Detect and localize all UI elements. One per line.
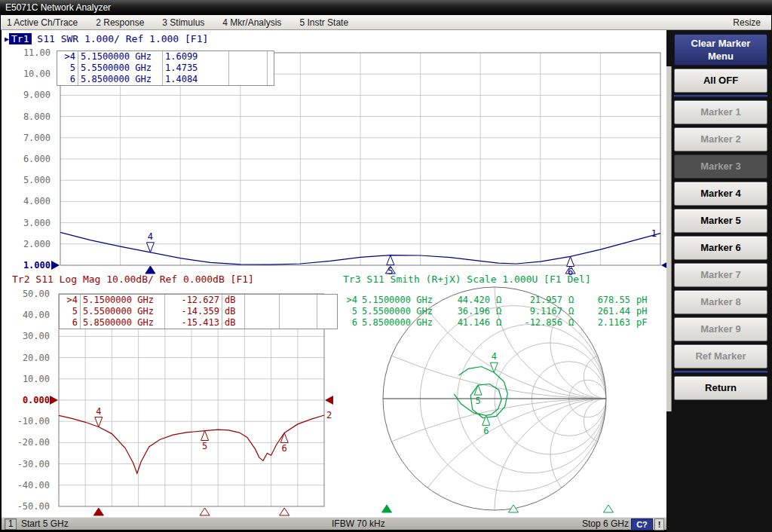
marker-frequency: 5.8500000 GHz	[81, 317, 165, 329]
table-row: >45.1500000 GHz-12.627dB	[60, 295, 337, 306]
trace2-marker-table: >45.1500000 GHz-12.627dB 55.5500000 GHz-…	[59, 294, 338, 329]
ohm-unit: Ω	[492, 306, 506, 317]
marker-number: >4	[343, 295, 360, 306]
marker-resistance: 44.420	[440, 295, 492, 306]
ohm-unit: Ω	[565, 306, 578, 317]
softkey-marker-5[interactable]: Marker 5	[674, 209, 767, 233]
table-row: 55.5500000 GHz1.4735	[57, 63, 274, 74]
ohm-unit: Ω	[492, 317, 506, 329]
lc-unit: pH	[633, 306, 651, 317]
table-row: 55.5500000 GHz36.196Ω9.1167Ω261.44pH	[343, 306, 651, 317]
marker-lc-value: 261.44	[578, 306, 633, 317]
marker-unit: dB	[222, 295, 245, 306]
marker-number: 6	[57, 74, 78, 85]
marker-frequency: 5.5500000 GHz	[81, 306, 165, 317]
ohm-unit: Ω	[565, 295, 578, 306]
menu-stimulus[interactable]: 3 Stimulus	[162, 17, 204, 28]
softkey-marker-2[interactable]: Marker 2	[674, 127, 767, 151]
channel-indicator: 1	[5, 518, 17, 530]
softkey-marker-3[interactable]: Marker 3	[674, 154, 767, 179]
marker-reactance: -12.856	[506, 317, 565, 329]
marker-number: 6	[343, 317, 360, 329]
marker-value: -14.359	[165, 306, 222, 317]
marker-unit: dB	[222, 317, 245, 329]
table-row: 65.8500000 GHz-15.413dB	[60, 317, 337, 329]
table-row: 55.5500000 GHz-14.359dB	[60, 306, 337, 317]
stop-frequency: Stop 6 GHz	[582, 518, 629, 530]
softkey-all-off[interactable]: All OFF	[674, 69, 767, 93]
marker-reactance: 21.957	[506, 295, 565, 306]
lc-unit: pH	[633, 295, 651, 306]
marker-value: 1.6099	[163, 51, 229, 63]
trace1-badge: Tr1	[9, 33, 31, 44]
status-bar: 1 Start 5 GHz IFBW 70 kHz Stop 6 GHz C? …	[2, 517, 666, 530]
softkey-marker-6[interactable]: Marker 6	[674, 236, 767, 260]
table-row: >45.1500000 GHz1.6099	[57, 51, 274, 63]
marker-value: 1.4084	[163, 74, 229, 85]
trace3-marker-table: >45.1500000 GHz44.420Ω21.957Ω678.55pH 55…	[343, 295, 651, 329]
softkey-marker-7[interactable]: Marker 7	[674, 263, 767, 287]
menu-instr-state[interactable]: 5 Instr State	[299, 17, 348, 28]
marker-lc-value: 2.1163	[578, 317, 633, 329]
marker-frequency: 5.5500000 GHz	[78, 63, 163, 74]
softkey-marker-4[interactable]: Marker 4	[674, 182, 767, 206]
marker-reactance: 9.1167	[506, 306, 565, 317]
menu-response[interactable]: 2 Response	[96, 17, 144, 28]
marker-frequency: 5.1500000 GHz	[78, 51, 163, 63]
softkey-marker-9[interactable]: Marker 9	[674, 317, 767, 341]
table-row: 65.8500000 GHz41.146Ω-12.856Ω2.1163pF	[343, 317, 651, 329]
ifbw-readout: IFBW 70 kHz	[332, 518, 385, 530]
softkey-marker-1[interactable]: Marker 1	[674, 100, 767, 124]
menu-resize[interactable]: Resize	[733, 17, 761, 28]
start-frequency: Start 5 GHz	[21, 518, 69, 530]
marker-value: -15.413	[165, 317, 222, 329]
softkey-scrollbar[interactable]	[666, 66, 672, 411]
marker-number: >4	[60, 295, 81, 306]
menu-mkr-analysis[interactable]: 4 Mkr/Analysis	[222, 17, 281, 28]
softkey-marker-8[interactable]: Marker 8	[674, 290, 767, 314]
softkey-separator	[674, 371, 767, 373]
softkey-sidebar: Clear Marker Menu All OFF Marker 1 Marke…	[666, 30, 772, 532]
marker-resistance: 41.146	[440, 317, 492, 329]
ohm-unit: Ω	[565, 317, 578, 329]
window-title-bar: E5071C Network Analyzer	[0, 0, 772, 15]
marker-unit: dB	[222, 306, 245, 317]
marker-frequency: 5.1500000 GHz	[360, 295, 440, 306]
marker-value: -12.627	[165, 295, 222, 306]
marker-number: 5	[57, 63, 78, 74]
softkey-menu-title: Clear Marker Menu	[674, 34, 767, 66]
marker-frequency: 5.8500000 GHz	[360, 317, 440, 329]
marker-number: >4	[57, 51, 78, 63]
table-row: >45.1500000 GHz44.420Ω21.957Ω678.55pH	[343, 295, 651, 306]
trace3-header: Tr3 S11 Smith (R+jX) Scale 1.000U [F1 De…	[343, 274, 591, 285]
window-title: E5071C Network Analyzer	[5, 2, 111, 13]
softkey-return[interactable]: Return	[674, 376, 767, 400]
trace1-header: ▶Tr1 S11 SWR 1.000/ Ref 1.000 [F1]	[5, 33, 208, 44]
menu-active-ch-trace[interactable]: 1 Active Ch/Trace	[7, 17, 78, 28]
trace1-marker-table: >45.1500000 GHz1.6099 55.5500000 GHz1.47…	[57, 50, 274, 86]
alert-badge: !	[654, 518, 664, 530]
trace2-header: Tr2 S11 Log Mag 10.00dB/ Ref 0.000dB [F1…	[12, 274, 254, 285]
marker-frequency: 5.8500000 GHz	[78, 74, 163, 85]
ohm-unit: Ω	[492, 295, 506, 306]
marker-resistance: 36.196	[440, 306, 492, 317]
marker-frequency: 5.5500000 GHz	[360, 306, 440, 317]
softkey-separator	[674, 95, 767, 97]
marker-value: 1.4735	[163, 63, 229, 74]
table-row: 65.8500000 GHz1.4084	[57, 74, 274, 85]
marker-number: 5	[60, 306, 81, 317]
trace1-title: S11 SWR 1.000/ Ref 1.000 [F1]	[37, 33, 208, 44]
marker-frequency: 5.1500000 GHz	[81, 295, 165, 306]
marker-number: 5	[343, 306, 360, 317]
lc-unit: pF	[633, 317, 651, 329]
softkey-ref-marker[interactable]: Ref Marker	[674, 344, 767, 368]
cal-status-badge: C?	[631, 518, 653, 530]
marker-lc-value: 678.55	[578, 295, 633, 306]
menu-bar: 1 Active Ch/Trace 2 Response 3 Stimulus …	[1, 15, 771, 30]
marker-number: 6	[60, 317, 81, 329]
